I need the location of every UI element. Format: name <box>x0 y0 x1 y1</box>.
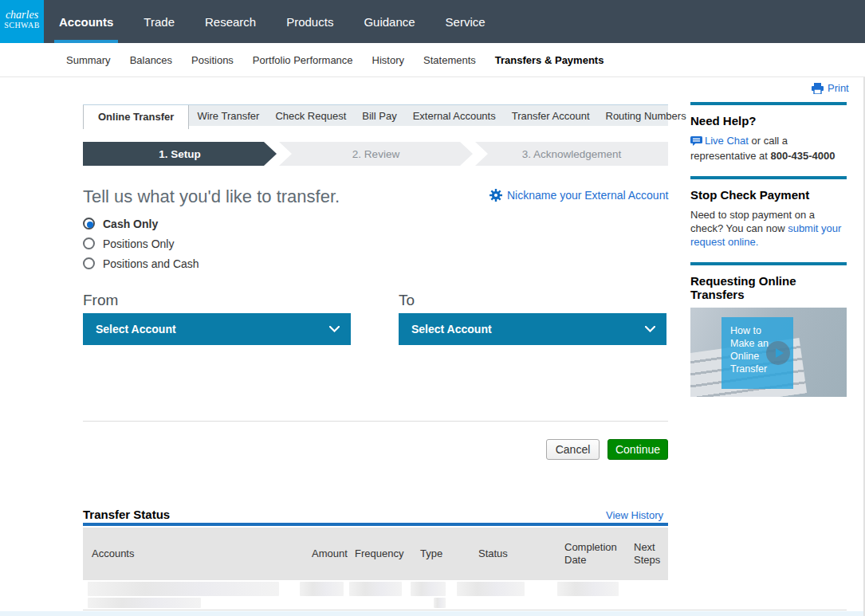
cell-frequency-redacted <box>346 580 411 610</box>
play-button-icon[interactable] <box>766 341 790 365</box>
logo-line-schwab: SCHWAB <box>0 21 44 29</box>
section-divider <box>83 421 668 422</box>
col-completion-date: Completion Date <box>556 541 611 567</box>
col-amount: Amount <box>303 547 346 560</box>
top-navigation-bar: charles SCHWAB Accounts Trade Research P… <box>0 0 865 43</box>
topnav-products[interactable]: Products <box>286 0 352 43</box>
progress-steps: 1. Setup 2. Review 3. Acknowledgement <box>83 142 668 166</box>
right-sidebar: Need Help? Live Chat or call a represent… <box>690 102 847 410</box>
live-chat-link[interactable]: Live Chat <box>705 135 749 147</box>
how-to-video-thumbnail[interactable]: How to Make an Online Transfer <box>690 308 847 397</box>
subnav-transfers-payments[interactable]: Transfers & Payments <box>495 54 604 66</box>
to-select-value: Select Account <box>411 323 492 335</box>
tab-online-transfer[interactable]: Online Transfer <box>83 105 189 129</box>
need-help-section: Need Help? Live Chat or call a represent… <box>690 102 847 163</box>
tab-routing-numbers[interactable]: Routing Numbers <box>598 105 694 127</box>
col-type: Type <box>411 547 470 560</box>
topnav-research[interactable]: Research <box>205 0 275 43</box>
radio-positions-and-cash-label: Positions and Cash <box>103 257 199 270</box>
transfer-status-row-redacted <box>83 580 668 610</box>
requesting-transfers-title: Requesting Online Transfers <box>690 274 847 301</box>
section-rule <box>690 262 847 265</box>
radio-unselected-icon <box>83 257 95 269</box>
stop-check-text: Need to stop payment on a check? You can… <box>690 208 847 249</box>
section-rule <box>690 176 847 179</box>
cell-status-redacted <box>470 580 556 610</box>
topnav-guidance[interactable]: Guidance <box>364 0 434 43</box>
tab-wire-transfer[interactable]: Wire Transfer <box>189 105 267 127</box>
subnav-portfolio-performance[interactable]: Portfolio Performance <box>253 54 353 66</box>
nickname-link-label: Nickname your External Account <box>507 189 668 202</box>
need-help-title: Need Help? <box>690 114 847 128</box>
stop-check-title: Stop Check Payment <box>690 188 847 202</box>
to-label: To <box>399 292 415 309</box>
requesting-transfers-section: Requesting Online Transfers How to Make … <box>690 262 847 397</box>
chevron-down-icon <box>329 326 340 332</box>
tab-transfer-account[interactable]: Transfer Account <box>504 105 598 127</box>
gear-icon <box>490 189 502 202</box>
from-label: From <box>83 292 118 309</box>
to-account-select[interactable]: Select Account <box>399 313 666 345</box>
col-status: Status <box>470 547 556 560</box>
step-acknowledgement: 3. Acknowledgement <box>475 142 668 166</box>
transfer-status-header-row: Accounts Amount Frequency Type Status Co… <box>83 528 668 580</box>
from-select-value: Select Account <box>96 323 176 335</box>
cell-completion-redacted <box>556 580 625 610</box>
stop-check-payment-section: Stop Check Payment Need to stop payment … <box>690 176 847 249</box>
radio-positions-and-cash[interactable]: Positions and Cash <box>83 253 199 273</box>
radio-selected-icon <box>83 218 95 230</box>
radio-cash-only-label: Cash Only <box>103 218 158 230</box>
subnav-history[interactable]: History <box>372 54 404 66</box>
col-next-steps: Next Steps <box>625 541 659 567</box>
subnav-summary[interactable]: Summary <box>66 54 111 66</box>
live-chat-icon <box>690 135 702 149</box>
col-frequency: Frequency <box>346 547 411 560</box>
radio-positions-only[interactable]: Positions Only <box>83 233 199 253</box>
table-bottom-border <box>83 610 847 610</box>
subnav-balances[interactable]: Balances <box>130 54 172 66</box>
page-title: Tell us what you'd like to transfer. <box>83 186 340 207</box>
cell-amount-redacted <box>303 580 346 610</box>
subnav-statements[interactable]: Statements <box>423 54 476 66</box>
step-review: 2. Review <box>279 142 473 166</box>
col-accounts: Accounts <box>83 547 303 560</box>
subnav-positions[interactable]: Positions <box>191 54 234 66</box>
topnav-items: Accounts Trade Research Products Guidanc… <box>59 0 516 43</box>
accounts-sub-navigation: Summary Balances Positions Portfolio Per… <box>0 43 865 77</box>
section-rule <box>690 102 847 105</box>
help-phone-number: 800-435-4000 <box>770 150 835 162</box>
print-button[interactable]: Print <box>812 82 849 94</box>
cancel-button[interactable]: Cancel <box>546 439 600 460</box>
schwab-logo[interactable]: charles SCHWAB <box>0 0 44 43</box>
cell-next-steps-empty <box>625 580 668 610</box>
transfer-status-title: Transfer Status <box>83 508 170 521</box>
radio-unselected-icon <box>83 237 95 249</box>
need-help-text: Live Chat or call a representative at 80… <box>690 134 847 163</box>
transfer-type-options: Cash Only Positions Only Positions and C… <box>83 214 199 273</box>
print-label: Print <box>828 82 849 94</box>
topnav-accounts[interactable]: Accounts <box>59 0 132 43</box>
topnav-service[interactable]: Service <box>446 0 505 43</box>
cell-accounts-redacted <box>83 580 303 610</box>
view-history-link[interactable]: View History <box>606 509 663 521</box>
radio-positions-only-label: Positions Only <box>103 237 174 250</box>
tab-bill-pay[interactable]: Bill Pay <box>354 105 404 127</box>
step-setup: 1. Setup <box>83 142 277 166</box>
nickname-external-account-link[interactable]: Nickname your External Account <box>490 189 670 202</box>
tab-check-request[interactable]: Check Request <box>267 105 354 127</box>
radio-cash-only[interactable]: Cash Only <box>83 214 199 233</box>
chevron-down-icon <box>645 326 655 332</box>
transfer-tabs: Online Transfer Wire Transfer Check Requ… <box>83 104 668 126</box>
logo-line-charles: charles <box>0 10 44 21</box>
from-account-select[interactable]: Select Account <box>83 313 351 345</box>
transfer-status-rule <box>83 523 668 526</box>
topnav-trade[interactable]: Trade <box>144 0 194 43</box>
next-section-strip <box>0 611 865 616</box>
tab-external-accounts[interactable]: External Accounts <box>405 105 504 127</box>
printer-icon <box>812 83 824 94</box>
continue-button[interactable]: Continue <box>607 439 668 460</box>
